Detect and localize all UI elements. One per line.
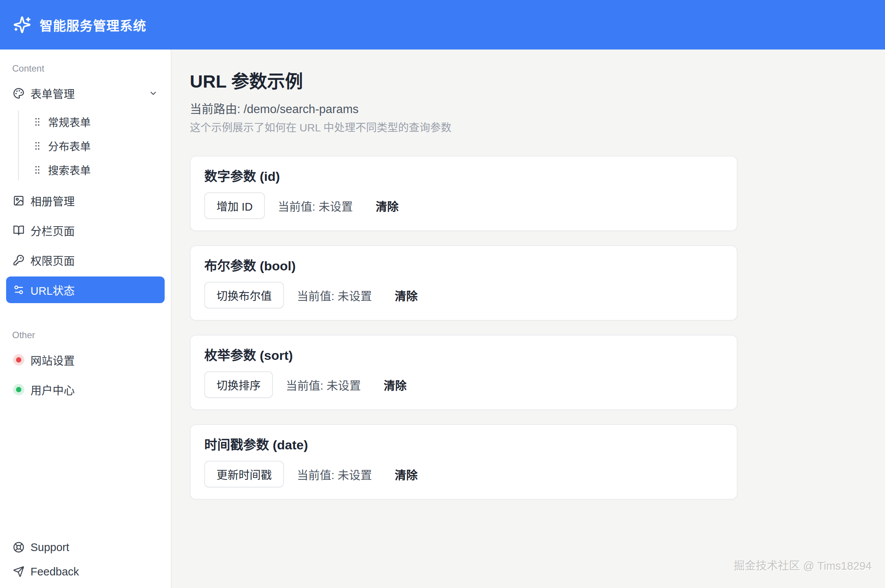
sidebar-item-label: 相册管理	[30, 193, 75, 209]
current-value-text: 当前值: 未设置	[297, 287, 372, 304]
clear-button[interactable]: 清除	[395, 466, 418, 483]
sidebar-item-feedback[interactable]: Feedback	[6, 561, 164, 583]
main-content: URL 参数示例 当前路由: /demo/search-params 这个示例展…	[172, 50, 885, 588]
sidebar-subitem-label: 搜索表单	[48, 162, 91, 177]
clear-button[interactable]: 清除	[395, 287, 418, 304]
app-title: 智能服务管理系统	[40, 16, 146, 34]
param-cards: 数字参数 (id) 增加 ID 当前值: 未设置 清除 布尔参数 (bool) …	[190, 156, 738, 500]
grip-icon	[32, 117, 43, 127]
sidebar-item-album-management[interactable]: 相册管理	[6, 187, 165, 214]
param-card-timestamp-param: 时间戳参数 (date) 更新时间戳 当前值: 未设置 清除	[190, 424, 738, 500]
grip-icon	[32, 165, 43, 175]
page-title: URL 参数示例	[190, 71, 885, 92]
sidebar-section-label: Other	[6, 330, 165, 340]
sidebar-item-user-center[interactable]: 用户中心	[6, 376, 165, 403]
sidebar-section: Other网站设置用户中心	[6, 330, 165, 403]
sidebar-item-label: 权限页面	[30, 252, 75, 268]
current-route-text: 当前路由: /demo/search-params	[190, 102, 885, 116]
sliders-icon	[13, 284, 24, 296]
sidebar-item-support[interactable]: Support	[6, 536, 164, 558]
book-open-icon	[13, 225, 24, 236]
param-card-number-param: 数字参数 (id) 增加 ID 当前值: 未设置 清除	[190, 156, 738, 231]
grip-icon	[32, 141, 43, 151]
sidebar-item-site-settings[interactable]: 网站设置	[6, 347, 165, 373]
current-value-text: 当前值: 未设置	[297, 466, 372, 483]
card-row: 更新时间戳 当前值: 未设置 清除	[204, 461, 723, 487]
sidebar-subnav: 常规表单分布表单搜索表单	[18, 110, 165, 181]
sparkles-icon	[13, 16, 31, 34]
current-value-text: 当前值: 未设置	[286, 376, 361, 393]
param-card-boolean-param: 布尔参数 (bool) 切换布尔值 当前值: 未设置 清除	[190, 245, 738, 321]
chevron-down-icon[interactable]	[149, 89, 158, 98]
sidebar-item-label: URL状态	[30, 282, 75, 298]
card-title: 数字参数 (id)	[204, 169, 723, 184]
sidebar-section: Content表单管理常规表单分布表单搜索表单相册管理分栏页面权限页面URL状态	[6, 63, 165, 303]
lifebuoy-icon	[13, 542, 24, 553]
sidebar-item-column-page[interactable]: 分栏页面	[6, 217, 165, 244]
sidebar-item-permission-page[interactable]: 权限页面	[6, 247, 165, 273]
clear-button[interactable]: 清除	[384, 376, 407, 393]
current-value-text: 当前值: 未设置	[278, 197, 353, 214]
card-row: 切换排序 当前值: 未设置 清除	[204, 371, 723, 398]
sidebar-item-label: 网站设置	[30, 352, 75, 368]
card-title: 布尔参数 (bool)	[204, 258, 723, 273]
sidebar-item-url-state[interactable]: URL状态	[6, 276, 165, 303]
sidebar-item-label: 表单管理	[30, 85, 75, 101]
sidebar-subitem-label: 分布表单	[48, 138, 91, 153]
param-card-enum-param: 枚举参数 (sort) 切换排序 当前值: 未设置 清除	[190, 335, 738, 410]
green-dot-icon	[13, 384, 24, 395]
sidebar-footer: SupportFeedback	[6, 536, 164, 583]
sidebar-item-label: 分栏页面	[30, 222, 75, 238]
sidebar: Content表单管理常规表单分布表单搜索表单相册管理分栏页面权限页面URL状态…	[0, 50, 172, 588]
send-icon	[13, 566, 24, 577]
sidebar-item-label: Feedback	[30, 566, 79, 578]
param-action-button[interactable]: 更新时间戳	[204, 461, 284, 487]
card-title: 时间戳参数 (date)	[204, 437, 723, 452]
sidebar-subitem-distribution-form[interactable]: 分布表单	[19, 135, 165, 157]
sidebar-item-label: 用户中心	[30, 382, 75, 398]
sidebar-subitem-search-form[interactable]: 搜索表单	[19, 159, 165, 181]
sidebar-subitem-label: 常规表单	[48, 114, 91, 129]
clear-button[interactable]: 清除	[376, 197, 399, 214]
red-dot-icon	[13, 354, 24, 366]
app-header: 智能服务管理系统	[0, 0, 885, 50]
card-title: 枚举参数 (sort)	[204, 348, 723, 363]
key-icon	[13, 254, 24, 266]
card-row: 增加 ID 当前值: 未设置 清除	[204, 192, 723, 219]
sidebar-item-form-management[interactable]: 表单管理	[6, 80, 165, 107]
sidebar-section-label: Content	[6, 63, 165, 74]
image-icon	[13, 195, 24, 206]
watermark: 掘金技术社区 @ Tims18294	[734, 557, 872, 573]
sidebar-subitem-regular-form[interactable]: 常规表单	[19, 111, 165, 133]
param-action-button[interactable]: 切换布尔值	[204, 282, 284, 308]
palette-icon	[13, 88, 24, 99]
param-action-button[interactable]: 增加 ID	[204, 192, 265, 219]
sidebar-item-label: Support	[30, 541, 69, 554]
page-description: 这个示例展示了如何在 URL 中处理不同类型的查询参数	[190, 121, 885, 134]
param-action-button[interactable]: 切换排序	[204, 371, 273, 398]
card-row: 切换布尔值 当前值: 未设置 清除	[204, 282, 723, 308]
